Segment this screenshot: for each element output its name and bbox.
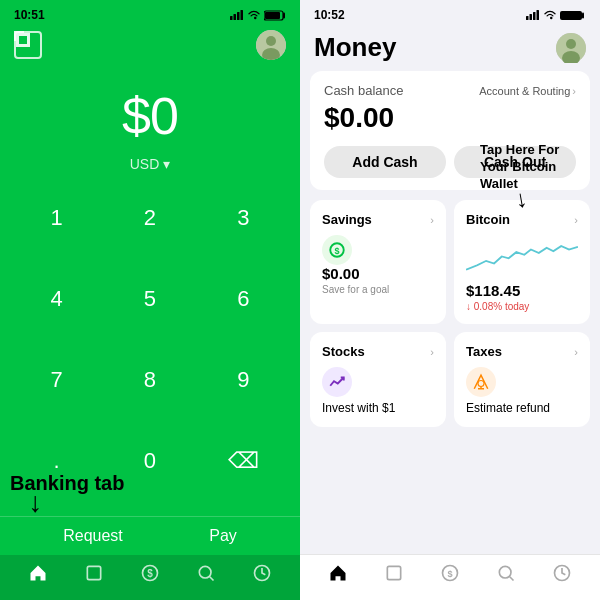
bitcoin-amount: $118.45: [466, 282, 578, 299]
left-tab-dollar[interactable]: $: [140, 563, 160, 588]
request-button[interactable]: Request: [63, 527, 123, 545]
svg-rect-3: [241, 10, 244, 20]
savings-title: Savings: [322, 212, 372, 227]
left-tab-clock[interactable]: [252, 563, 272, 588]
bitcoin-chart: [466, 239, 578, 274]
tap-here-label: Tap Here For Your Bitcoin Wallet: [480, 142, 590, 193]
svg-text:$: $: [334, 246, 339, 256]
numpad: 1 2 3 4 5 6 7 8 9 . 0 ⌫: [0, 192, 300, 516]
taxes-icon: [466, 367, 496, 397]
svg-point-25: [478, 381, 484, 387]
left-top-icons: [0, 26, 300, 68]
left-balance: $0: [0, 86, 300, 146]
key-2[interactable]: 2: [103, 192, 196, 244]
cash-balance-label: Cash balance: [324, 83, 404, 98]
right-time: 10:52: [314, 8, 345, 22]
right-tab-search[interactable]: [496, 563, 516, 588]
savings-sub: Save for a goal: [322, 284, 434, 295]
svg-point-12: [199, 566, 211, 578]
stocks-title: Stocks: [322, 344, 365, 359]
left-tab-activity[interactable]: [84, 563, 104, 588]
svg-rect-9: [87, 566, 100, 579]
banking-arrow: ↑: [28, 490, 42, 522]
grid-cards: Savings › $ $0.00 Save for a goal Bitcoi…: [310, 200, 590, 427]
right-signal-icon: [526, 10, 540, 20]
left-time: 10:51: [14, 8, 45, 22]
stocks-sub: Invest with $1: [322, 401, 434, 415]
account-routing-link[interactable]: Account & Routing ›: [479, 85, 576, 97]
add-cash-button[interactable]: Add Cash: [324, 146, 446, 178]
scan-icon[interactable]: [14, 31, 42, 59]
svg-rect-1: [234, 14, 237, 20]
taxes-sub: Estimate refund: [466, 401, 578, 415]
bitcoin-chevron-icon: ›: [574, 214, 578, 226]
svg-point-21: [566, 39, 576, 49]
left-status-bar: 10:51: [0, 0, 300, 26]
cash-balance-amount: $0.00: [324, 102, 576, 134]
right-avatar[interactable]: [556, 33, 586, 63]
key-8[interactable]: 8: [103, 354, 196, 406]
right-title: Money: [314, 32, 396, 63]
savings-card[interactable]: Savings › $ $0.00 Save for a goal: [310, 200, 446, 324]
right-tab-clock[interactable]: [552, 563, 572, 588]
svg-rect-16: [530, 14, 533, 20]
svg-line-32: [510, 577, 514, 581]
svg-text:$: $: [147, 568, 153, 579]
bitcoin-card-header: Bitcoin ›: [466, 212, 578, 227]
left-panel: 10:51: [0, 0, 300, 600]
right-status-icons: [526, 10, 586, 21]
left-tab-home[interactable]: [28, 563, 48, 588]
taxes-card-header: Taxes ›: [466, 344, 578, 359]
svg-text:$: $: [447, 569, 452, 579]
stocks-card-header: Stocks ›: [322, 344, 434, 359]
bitcoin-title: Bitcoin: [466, 212, 510, 227]
savings-amount: $0.00: [322, 265, 434, 282]
right-battery-icon: [560, 10, 586, 21]
right-tab-home[interactable]: [328, 563, 348, 588]
battery-icon: [264, 10, 286, 21]
key-7[interactable]: 7: [10, 354, 103, 406]
svg-point-31: [499, 566, 511, 578]
stocks-icon: [322, 367, 352, 397]
wifi-icon: [247, 10, 261, 20]
left-tab-bar: $: [0, 555, 300, 600]
svg-line-13: [210, 577, 214, 581]
currency-selector[interactable]: USD ▾: [0, 156, 300, 172]
right-wifi-icon: [543, 10, 557, 20]
left-tab-search[interactable]: [196, 563, 216, 588]
right-tab-activity[interactable]: [384, 563, 404, 588]
svg-rect-28: [387, 566, 400, 579]
key-3[interactable]: 3: [197, 192, 290, 244]
svg-rect-2: [237, 12, 240, 20]
savings-card-header: Savings ›: [322, 212, 434, 227]
pay-button[interactable]: Pay: [209, 527, 237, 545]
svg-rect-19: [560, 11, 582, 20]
right-content: Cash balance Account & Routing › $0.00 A…: [300, 71, 600, 554]
svg-rect-15: [526, 16, 529, 20]
key-4[interactable]: 4: [10, 273, 103, 325]
stocks-chevron-icon: ›: [430, 346, 434, 358]
right-status-bar: 10:52: [300, 0, 600, 26]
key-9[interactable]: 9: [197, 354, 290, 406]
svg-rect-5: [265, 12, 280, 19]
right-header: Money: [300, 26, 600, 71]
key-backspace[interactable]: ⌫: [197, 435, 290, 487]
bottom-actions: Request Pay: [0, 516, 300, 555]
chevron-right-icon: ›: [572, 85, 576, 97]
key-6[interactable]: 6: [197, 273, 290, 325]
taxes-chevron-icon: ›: [574, 346, 578, 358]
bitcoin-change: ↓ 0.08% today: [466, 301, 578, 312]
key-1[interactable]: 1: [10, 192, 103, 244]
savings-chevron-icon: ›: [430, 214, 434, 226]
left-avatar[interactable]: [256, 30, 286, 60]
right-panel: 10:52 Money: [300, 0, 600, 600]
taxes-title: Taxes: [466, 344, 502, 359]
taxes-card[interactable]: Taxes › Estimate refund: [454, 332, 590, 427]
key-5[interactable]: 5: [103, 273, 196, 325]
stocks-card[interactable]: Stocks › Invest with $1: [310, 332, 446, 427]
signal-icon: [230, 10, 244, 20]
bitcoin-card[interactable]: Bitcoin › $118.45 ↓ 0.08% today: [454, 200, 590, 324]
svg-rect-18: [537, 10, 540, 20]
svg-rect-0: [230, 16, 233, 20]
right-tab-dollar[interactable]: $: [440, 563, 460, 588]
